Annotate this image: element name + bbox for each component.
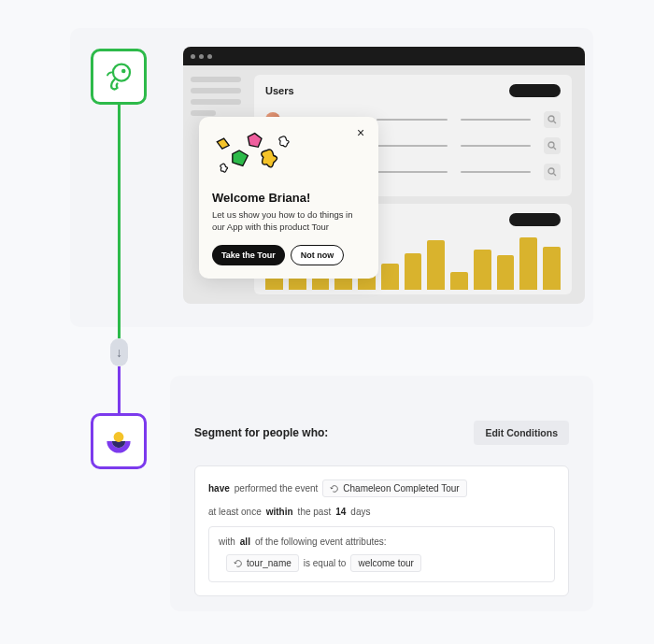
window-dot [207, 54, 212, 59]
svg-line-3 [553, 122, 556, 124]
attribute-chip[interactable]: tour_name [226, 554, 299, 572]
svg-point-0 [113, 64, 130, 81]
arrow-down-icon: ↓ [116, 346, 122, 359]
delighted-icon [102, 424, 135, 458]
svg-point-4 [548, 142, 554, 148]
sparkle-illustration-icon [212, 130, 301, 181]
user-placeholder-line [377, 145, 447, 147]
bar [381, 264, 399, 290]
cond-text: days [350, 507, 370, 517]
chip-label: welcome tour [358, 558, 413, 568]
cond-text: the past [298, 507, 332, 517]
window-dot [191, 54, 195, 59]
user-placeholder-line [377, 119, 447, 121]
bar [450, 272, 468, 290]
bar [543, 247, 561, 291]
refresh-icon [234, 559, 243, 568]
conditions-card: have performed the event Chameleon Compl… [194, 465, 569, 596]
condition-line: have performed the event Chameleon Compl… [208, 479, 555, 497]
svg-line-7 [553, 174, 556, 177]
segment-title: Segment for people who: [194, 426, 328, 439]
modal-buttons: Take the Tour Not now [212, 245, 365, 265]
cond-text: with [219, 537, 235, 547]
cond-bold: have [208, 483, 230, 494]
user-placeholder-line [461, 171, 531, 173]
event-chip[interactable]: Chameleon Completed Tour [322, 479, 466, 497]
inner-condition-card: with all of the following event attribut… [208, 526, 555, 582]
sidebar-placeholder [191, 99, 241, 105]
bar [474, 250, 491, 290]
svg-point-11 [114, 432, 124, 442]
welcome-modal: × Welcome Briana! Let us show you how to… [199, 117, 378, 279]
cond-text: at least once [208, 507, 262, 517]
users-header: Users [265, 84, 561, 97]
chip-label: tour_name [247, 558, 291, 568]
connector-line-green [118, 105, 121, 338]
svg-line-5 [553, 148, 556, 150]
user-placeholder-line [377, 171, 447, 173]
cond-text: of the following event attributes: [255, 537, 387, 547]
svg-point-1 [121, 69, 126, 74]
sidebar-placeholder [191, 77, 241, 82]
bar [497, 255, 515, 290]
sidebar-placeholder [191, 110, 216, 116]
svg-marker-10 [233, 150, 249, 166]
chameleon-icon [102, 60, 135, 93]
cond-text: performed the event [235, 483, 319, 494]
value-chip[interactable]: welcome tour [350, 554, 420, 572]
chip-label: Chameleon Completed Tour [343, 483, 459, 494]
window-dot [199, 54, 204, 59]
chart-action-button[interactable] [509, 213, 561, 226]
chameleon-app-icon-box [91, 49, 147, 105]
bar [405, 253, 422, 290]
cond-bold: within [266, 507, 293, 517]
svg-point-6 [548, 168, 554, 174]
bar [427, 240, 445, 290]
take-tour-button[interactable]: Take the Tour [212, 245, 285, 265]
condition-line: at least once within the past 14 days [208, 507, 555, 517]
search-icon[interactable] [544, 164, 561, 180]
search-icon[interactable] [544, 137, 561, 154]
delighted-app-icon-box [91, 413, 147, 469]
users-title: Users [265, 85, 294, 96]
svg-point-2 [548, 116, 554, 122]
edit-conditions-button[interactable]: Edit Conditions [474, 421, 569, 445]
cond-text: is equal to [304, 558, 347, 568]
bar [519, 237, 537, 290]
users-action-button[interactable] [509, 84, 561, 97]
cond-bold: all [240, 537, 250, 547]
user-placeholder-line [461, 145, 531, 147]
bottom-panel: Segment for people who: Edit Conditions … [170, 376, 593, 611]
connector-line-purple [118, 366, 121, 413]
not-now-button[interactable]: Not now [291, 245, 345, 265]
condition-line: with all of the following event attribut… [219, 537, 545, 547]
svg-marker-8 [217, 138, 229, 149]
browser-titlebar [183, 47, 585, 65]
sidebar-placeholder [191, 88, 241, 93]
close-icon[interactable]: × [352, 124, 369, 141]
svg-marker-9 [248, 134, 262, 148]
connector-arrow-badge: ↓ [110, 338, 128, 366]
condition-line: tour_name is equal to welcome tour [219, 554, 545, 572]
cond-bold: 14 [335, 507, 346, 517]
refresh-icon [330, 484, 339, 494]
welcome-title: Welcome Briana! [212, 191, 365, 205]
user-placeholder-line [461, 119, 531, 121]
welcome-body: Let us show you how to do things in our … [212, 209, 365, 234]
segment-header: Segment for people who: Edit Conditions [194, 421, 569, 445]
search-icon[interactable] [544, 111, 561, 128]
